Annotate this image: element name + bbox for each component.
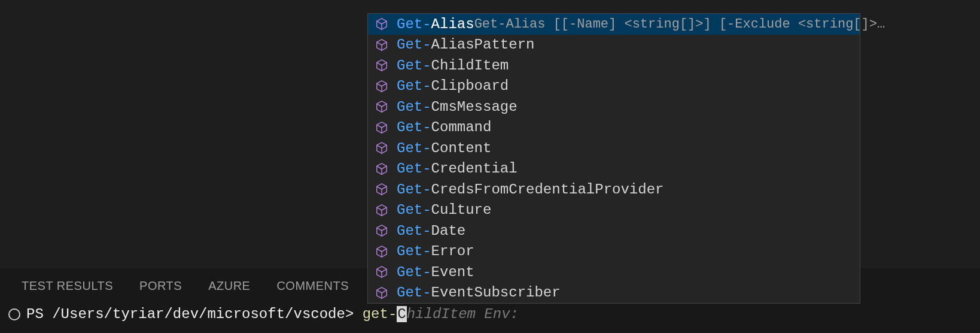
suggest-item[interactable]: Get-Credential [368,159,860,180]
tab-test-results[interactable]: TEST RESULTS [22,279,113,293]
terminal-typed-text: get- [363,306,397,322]
cube-icon [375,80,388,93]
suggest-rest: Command [431,119,492,135]
suggest-item[interactable]: Get-Date [368,220,860,241]
suggest-rest: Culture [431,202,492,218]
suggest-item[interactable]: Get-Content [368,138,860,159]
suggest-match: Get- [397,37,431,53]
cube-icon [375,162,388,175]
suggest-match: Get- [397,119,431,135]
suggest-rest: Event [431,264,474,280]
suggest-signature: Get-Alias [[-Name] <string[]>] [-Exclude… [474,17,891,32]
gutter-circle-icon [8,308,20,320]
suggest-match: Get- [397,223,431,239]
tab-comments[interactable]: COMMENTS [276,279,349,293]
cube-icon [375,141,388,155]
cube-icon [375,17,388,31]
cube-icon [375,183,388,196]
suggest-match: Get- [397,99,431,115]
suggest-match: Get- [397,181,431,198]
suggest-item[interactable]: Get-EventSubscriber [368,283,860,304]
cube-icon [375,204,388,217]
terminal-prompt: PS /Users/tyriar/dev/microsoft/vscode> [26,306,363,322]
cube-icon [375,245,388,258]
suggest-item[interactable]: Get-ChildItem [368,55,860,76]
tab-ports[interactable]: PORTS [139,279,182,293]
suggest-match: Get- [397,161,431,177]
cube-icon [375,224,388,237]
suggest-match: Get- [397,57,431,74]
cube-icon [375,38,388,52]
suggest-rest: EventSubscriber [431,284,561,301]
cube-icon [375,100,388,113]
suggest-item[interactable]: Get-CredsFromCredentialProvider [368,179,860,200]
suggest-rest: CredsFromCredentialProvider [431,181,664,198]
suggest-item[interactable]: Get-Command [368,117,860,138]
suggest-rest: Alias [431,16,474,32]
suggest-item[interactable]: Get-AliasPattern [368,35,860,56]
suggest-rest: Date [431,223,466,239]
suggest-match: Get- [397,140,431,156]
suggest-item[interactable]: Get-Event [368,262,860,283]
cube-icon [375,59,388,72]
suggest-rest: CmsMessage [431,99,518,115]
suggest-match: Get- [397,16,431,32]
suggest-item[interactable]: Get-Error [368,241,860,262]
suggest-match: Get- [397,264,431,280]
suggest-rest: AliasPattern [431,37,535,53]
suggest-rest: Content [431,140,492,156]
suggest-rest: Error [431,243,474,259]
terminal-input-line[interactable]: PS /Users/tyriar/dev/microsoft/vscode> g… [0,302,980,333]
cube-icon [375,121,388,134]
suggest-match: Get- [397,202,431,218]
suggest-match: Get- [397,284,431,301]
suggest-rest: ChildItem [431,57,509,74]
suggest-item[interactable]: Get-AliasGet-Alias [[-Name] <string[]>] … [368,14,860,35]
suggest-match: Get- [397,243,431,259]
suggest-rest: Clipboard [431,78,509,94]
suggest-item[interactable]: Get-Clipboard [368,76,860,97]
suggest-item[interactable]: Get-Culture [368,200,860,221]
cube-icon [375,265,388,278]
cube-icon [375,286,388,299]
suggest-item[interactable]: Get-CmsMessage [368,96,860,117]
suggest-rest: Credential [431,161,518,177]
tab-azure[interactable]: AZURE [208,279,250,293]
suggest-match: Get- [397,78,431,94]
terminal-cursor: C [397,306,406,322]
suggest-widget[interactable]: Get-AliasGet-Alias [[-Name] <string[]>] … [367,13,860,304]
terminal-ghost-text: hildItem Env: [407,306,519,322]
